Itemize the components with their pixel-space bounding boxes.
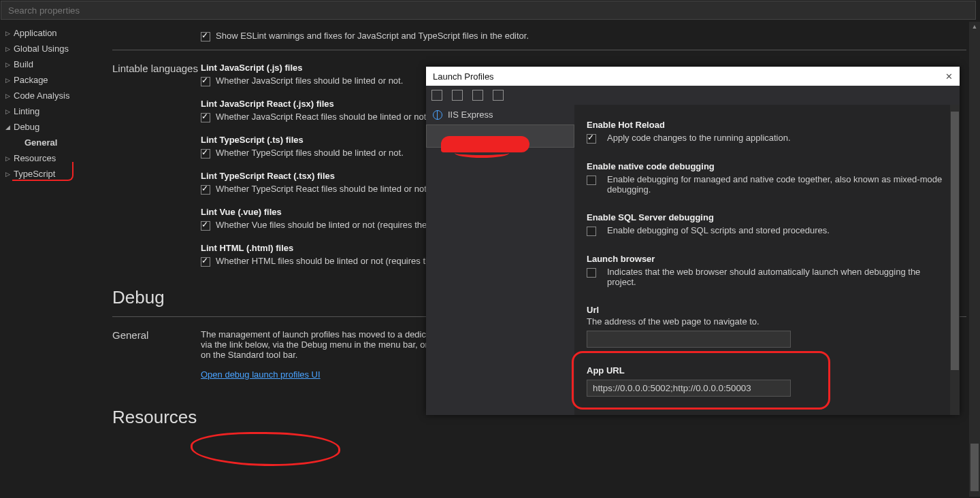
launch-profiles-dialog: Launch Profiles ✕ IIS Express Enable Hot…	[426, 67, 960, 415]
globe-icon	[433, 110, 442, 120]
eslint-show-label: Show ESLint warnings and fixes for JavaS…	[216, 31, 529, 41]
nav-linting[interactable]: ▷Linting	[0, 103, 112, 119]
lint-item-checkbox[interactable]	[201, 149, 210, 159]
nav-debug[interactable]: ◢Debug	[0, 119, 112, 135]
duplicate-profile-icon[interactable]	[452, 90, 463, 101]
nav-application[interactable]: ▷Application	[0, 25, 112, 41]
open-launch-profiles-link[interactable]: Open debug launch profiles UI	[201, 369, 321, 380]
nav-resources[interactable]: ▷Resources	[0, 150, 112, 166]
nav-build[interactable]: ▷Build	[0, 56, 112, 72]
lint-item-checkbox[interactable]	[201, 185, 210, 195]
chevron-right-icon: ▷	[5, 61, 12, 68]
new-profile-icon[interactable]	[431, 90, 442, 101]
hot-reload-checkbox[interactable]	[587, 134, 596, 144]
debug-general-label: General	[112, 329, 201, 380]
nav-global-usings[interactable]: ▷Global Usings	[0, 41, 112, 56]
lint-item-checkbox[interactable]	[201, 257, 210, 267]
app-url-title: App URL	[587, 365, 949, 376]
lint-item-desc: Whether HTML files should be linted or n…	[216, 256, 436, 266]
dialog-title-text: Launch Profiles	[433, 71, 494, 82]
profile-settings-panel: Enable Hot Reload Apply code changes to …	[574, 105, 960, 415]
launch-browser-title: Launch browser	[587, 254, 949, 264]
lint-item-checkbox[interactable]	[201, 77, 210, 86]
chevron-right-icon: ▷	[5, 77, 12, 84]
lint-item-desc: Whether JavaScript React files should be…	[216, 112, 429, 122]
close-icon[interactable]: ✕	[945, 71, 953, 82]
lintable-heading: Lintable languages	[112, 63, 201, 267]
chevron-right-icon: ▷	[5, 155, 12, 162]
delete-profile-icon[interactable]	[493, 90, 504, 101]
profile-iis-express[interactable]: IIS Express	[426, 105, 574, 124]
lint-item-desc: Whether JavaScript files should be linte…	[216, 76, 403, 86]
search-bar[interactable]	[1, 1, 976, 20]
lint-item-desc: Whether Vue files should be linted or no…	[216, 220, 441, 230]
profile-list: IIS Express	[426, 105, 574, 415]
scrollbar-thumb[interactable]	[970, 444, 979, 491]
chevron-right-icon: ▷	[5, 171, 12, 178]
search-input[interactable]	[8, 5, 968, 16]
native-debug-title: Enable native code debugging	[587, 161, 949, 171]
launch-browser-checkbox[interactable]	[587, 268, 596, 278]
url-title: Url	[587, 305, 949, 315]
profile-redacted[interactable]	[426, 124, 574, 148]
nav-debug-general[interactable]: General	[0, 135, 112, 150]
chevron-right-icon: ▷	[5, 108, 12, 115]
lint-item-desc: Whether TypeScript files should be linte…	[216, 148, 404, 158]
chevron-right-icon: ▷	[5, 46, 12, 52]
scrollbar-thumb[interactable]	[951, 112, 959, 370]
nav-package[interactable]: ▷Package	[0, 72, 112, 88]
dialog-toolbar	[426, 86, 960, 105]
rename-profile-icon[interactable]	[472, 90, 483, 101]
sql-debug-title: Enable SQL Server debugging	[587, 212, 949, 222]
url-desc: The address of the web page to navigate …	[587, 316, 949, 327]
lint-item-desc: Whether TypeScript React files should be…	[216, 184, 429, 194]
lint-item-checkbox[interactable]	[201, 221, 210, 231]
app-url-input[interactable]	[587, 380, 791, 397]
native-debug-checkbox[interactable]	[587, 176, 596, 185]
dialog-scrollbar[interactable]	[950, 105, 960, 415]
sidebar: ▷Application ▷Global Usings ▷Build ▷Pack…	[0, 20, 112, 497]
hot-reload-title: Enable Hot Reload	[587, 120, 949, 130]
url-input[interactable]	[587, 331, 791, 348]
window-scrollbar[interactable]: ▲	[969, 22, 980, 497]
chevron-right-icon: ▷	[5, 93, 12, 99]
eslint-show-checkbox[interactable]	[201, 32, 210, 42]
lint-item-checkbox[interactable]	[201, 113, 210, 122]
divider	[112, 50, 966, 50]
dialog-titlebar: Launch Profiles ✕	[426, 67, 960, 86]
chevron-down-icon: ◢	[5, 124, 12, 131]
chevron-right-icon: ▷	[5, 30, 12, 37]
scroll-up-icon[interactable]: ▲	[969, 22, 980, 31]
sql-debug-checkbox[interactable]	[587, 227, 596, 236]
nav-code-analysis[interactable]: ▷Code Analysis	[0, 88, 112, 103]
nav-typescript[interactable]: ▷TypeScript	[0, 166, 112, 182]
